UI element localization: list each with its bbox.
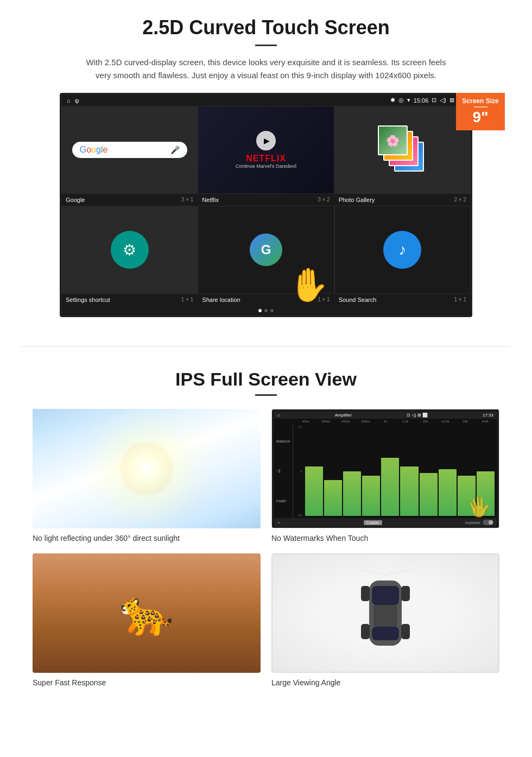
- netflix-play-button[interactable]: ▶: [256, 131, 276, 150]
- loudness-toggle[interactable]: [483, 520, 493, 525]
- screen-size-badge: Screen Size 9": [456, 93, 505, 130]
- settings-cell-inner: ⚙: [62, 206, 197, 293]
- device-wrapper: ⌂ ψ ✱ ◎ ▾ 15:06 ⊡ ◁) ⊠ ⬜: [60, 93, 472, 317]
- photo-gallery-app-cell[interactable]: 🌸: [334, 106, 471, 194]
- custom-button[interactable]: Custom: [364, 520, 382, 525]
- bar-1: [305, 466, 323, 516]
- section1-description: With 2.5D curved-display screen, this de…: [81, 56, 451, 82]
- time-display: 15:06: [414, 97, 429, 104]
- section-curved-screen: 2.5D Curved Touch Screen With 2.5D curve…: [0, 0, 532, 330]
- google-size: 3 × 1: [181, 197, 194, 203]
- feature-car: Large Viewing Angle: [271, 553, 499, 687]
- car-windshield: [372, 586, 399, 605]
- sound-cell-inner: ♪: [335, 206, 470, 293]
- scale-0: 0: [294, 470, 302, 473]
- amp-freq-labels: 60hz 100hz 200hz 500hz 1k 2.5k 10k 12.5k…: [296, 420, 495, 423]
- section2-title: IPS Full Screen View: [33, 369, 499, 390]
- app-grid-row2: ⚙ G 🤚: [61, 206, 471, 294]
- wheel-rr: [401, 624, 410, 639]
- feature-watermarks: ⌂ Amplifier ⊡ ◁) ⊠ ⬜ 17:33 60hz 100hz 20…: [271, 409, 499, 542]
- freq-12k5: 12.5k: [436, 420, 455, 423]
- dot-3: [270, 309, 274, 312]
- car-svg: [358, 570, 413, 657]
- amp-icons: ⊡ ◁) ⊠ ⬜: [407, 413, 428, 418]
- amp-footer: ‹‹ Custom loudness: [274, 518, 497, 527]
- netflix-label-row: Netflix 3 × 2: [198, 194, 334, 206]
- freq-60: 60hz: [296, 420, 315, 423]
- google-label: Google: [66, 197, 85, 203]
- touch-hand-icon: 🖐: [466, 494, 493, 518]
- sound-search-app-cell[interactable]: ♪: [334, 206, 471, 294]
- amp-loudness-area: loudness: [465, 520, 493, 525]
- section-divider: [22, 346, 510, 347]
- section2-underline: [255, 394, 277, 396]
- amp-home-icon: ⌂: [277, 413, 280, 418]
- g-letter-4: g: [96, 145, 101, 154]
- bar-4: [362, 476, 380, 516]
- cheetah-visual: 🐆: [33, 553, 261, 673]
- settings-label-row: Settings shortcut 1 × 1: [61, 294, 198, 306]
- bar-5: [381, 458, 399, 516]
- sound-label: Sound Search: [339, 297, 377, 303]
- cheetah-emoji: 🐆: [119, 588, 174, 639]
- car-image: [271, 553, 499, 673]
- freq-1k: 1k: [376, 420, 395, 423]
- google-search-bar[interactable]: Google 🎤: [72, 142, 187, 158]
- freq-sub: SUB: [476, 420, 495, 423]
- music-note-icon: ♪: [398, 241, 406, 258]
- wheel-rl: [361, 624, 370, 639]
- amp-bars-container: 🖐: [303, 424, 497, 518]
- amp-eq-area: Balance ◁) Fader 10 0 -10: [274, 424, 497, 518]
- car-visual: [272, 554, 499, 672]
- badge-title: Screen Size: [461, 97, 499, 105]
- bluetooth-icon: ✱: [390, 97, 395, 104]
- amp-title: Amplifier: [335, 413, 352, 418]
- freq-100: 100hz: [316, 420, 335, 423]
- app-labels-row2: Settings shortcut 1 × 1 Share location 1…: [61, 294, 471, 306]
- g-letter-3: o: [91, 145, 96, 154]
- share-g-icon: G: [250, 234, 282, 266]
- settings-app-cell[interactable]: ⚙: [61, 206, 198, 294]
- volume-icon: ◁): [440, 97, 446, 104]
- car-roof: [373, 605, 397, 627]
- camera-icon: ⊡: [432, 97, 436, 104]
- viewing-angle-arc: [361, 570, 410, 575]
- wifi-icon: ▾: [407, 97, 410, 104]
- feature-grid: No light reflecting under 360° direct su…: [33, 409, 499, 687]
- x-icon: ⊠: [449, 97, 454, 104]
- scale-n10: -10: [294, 514, 302, 517]
- g-letter-1: G: [80, 145, 86, 154]
- loudness-label: loudness: [465, 521, 480, 525]
- google-label-row: Google 3 × 1: [61, 194, 198, 206]
- gallery-cell-inner: 🌸: [335, 106, 470, 193]
- app-grid-row1: Google 🎤 ▶: [61, 106, 471, 194]
- sound-icon-circle: ♪: [383, 231, 421, 269]
- netflix-label: Netflix: [202, 197, 219, 203]
- title-underline: [255, 45, 277, 46]
- bar-2: [324, 480, 342, 516]
- location-icon: ◎: [398, 97, 404, 104]
- amplifier-visual: ⌂ Amplifier ⊡ ◁) ⊠ ⬜ 17:33 60hz 100hz 20…: [272, 409, 499, 528]
- amp-time: 17:33: [483, 413, 493, 418]
- gallery-img-1: 🌸: [378, 125, 408, 155]
- netflix-app-cell[interactable]: ▶ NETFLIX Continue Marvel's Daredevil: [198, 106, 334, 194]
- sunlight-image: [33, 409, 261, 528]
- cheetah-bg: 🐆: [33, 553, 261, 673]
- car-rear-window: [372, 627, 399, 640]
- wheel-fr: [401, 586, 410, 601]
- section-ips: IPS Full Screen View No light reflecting…: [0, 363, 532, 703]
- sky-background: [33, 409, 261, 528]
- google-app-cell[interactable]: Google 🎤: [61, 106, 198, 194]
- status-bar-left: ⌂ ψ: [67, 97, 79, 104]
- share-content: G: [250, 234, 282, 266]
- share-location-app-cell[interactable]: G 🤚: [198, 206, 334, 294]
- gallery-stack: 🌸: [378, 125, 427, 174]
- netflix-content: ▶ NETFLIX Continue Marvel's Daredevil: [236, 131, 296, 169]
- settings-icon-circle: ⚙: [111, 231, 149, 269]
- amp-fader-label: Fader: [276, 499, 290, 503]
- amplifier-image: ⌂ Amplifier ⊡ ◁) ⊠ ⬜ 17:33 60hz 100hz 20…: [271, 409, 499, 528]
- settings-label: Settings shortcut: [66, 297, 110, 303]
- cheetah-label: Super Fast Response: [33, 678, 261, 687]
- amp-balance-label: Balance: [276, 439, 290, 443]
- sound-label-row: Sound Search 1 × 1: [334, 294, 471, 306]
